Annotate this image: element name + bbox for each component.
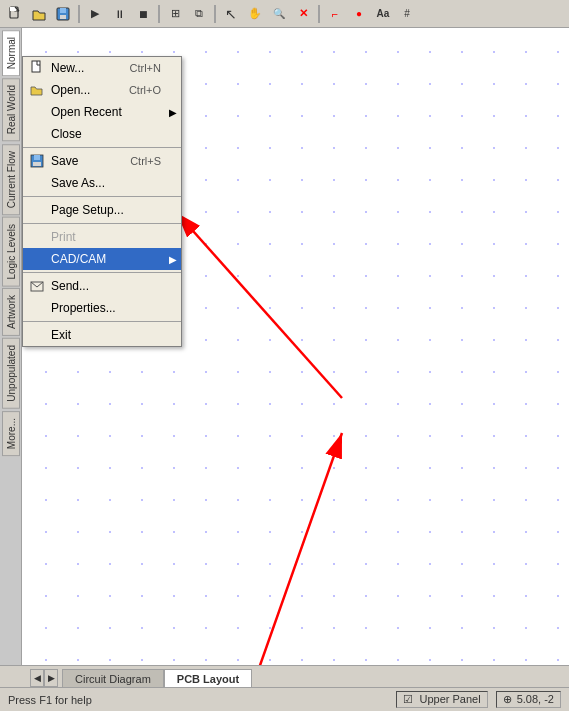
close-doc-icon	[27, 124, 47, 144]
toolbar-play-btn[interactable]: ▶	[84, 3, 106, 25]
menu-item-save[interactable]: Save Ctrl+S	[23, 150, 181, 172]
menu-exit-label: Exit	[51, 328, 71, 342]
toolbar-sep1	[78, 5, 80, 23]
main-layout: Normal Real World Current Flow Logic Lev…	[0, 28, 569, 665]
toolbar-select-btn[interactable]: ↖	[220, 3, 242, 25]
sidebar-item-unpopulated[interactable]: Unpopulated	[2, 338, 20, 409]
svg-rect-12	[33, 162, 41, 166]
toolbar-wire-btn[interactable]: ⌐	[324, 3, 346, 25]
sidebar-item-current-flow[interactable]: Current Flow	[2, 144, 20, 215]
tab-nav-arrows: ◀ ▶	[30, 669, 58, 687]
tab-prev-btn[interactable]: ◀	[30, 669, 44, 687]
toolbar-pan-btn[interactable]: ✋	[244, 3, 266, 25]
canvas-area[interactable]: New... Ctrl+N Open... Ctrl+O Open Recent…	[22, 28, 569, 665]
menu-new-shortcut: Ctrl+N	[114, 62, 161, 74]
open-recent-icon	[27, 102, 47, 122]
menu-item-send[interactable]: Send...	[23, 275, 181, 297]
menu-sep-3	[23, 223, 181, 224]
open-icon	[27, 80, 47, 100]
menu-save-label: Save	[51, 154, 78, 168]
toolbar-number-btn[interactable]: #	[396, 3, 418, 25]
svg-rect-11	[34, 155, 40, 160]
menu-page-setup-label: Page Setup...	[51, 203, 124, 217]
toolbar-stop-btn[interactable]: ⏹	[132, 3, 154, 25]
sidebar-item-logic-levels[interactable]: Logic Levels	[2, 217, 20, 287]
menu-item-close[interactable]: Close	[23, 123, 181, 145]
status-panel-label: ☑ Upper Panel	[396, 691, 487, 708]
status-right: ☑ Upper Panel ⊕ 5.08, -2	[396, 691, 561, 708]
menu-properties-label: Properties...	[51, 301, 116, 315]
print-icon	[27, 227, 47, 247]
menu-item-save-as[interactable]: Save As...	[23, 172, 181, 194]
menu-item-cadcam[interactable]: CAD/CAM ▶	[23, 248, 181, 270]
bottom-tabs: ◀ ▶ Circuit Diagram PCB Layout	[0, 665, 569, 687]
page-setup-icon	[27, 200, 47, 220]
svg-rect-5	[60, 15, 66, 19]
status-bar: Press F1 for help ☑ Upper Panel ⊕ 5.08, …	[0, 687, 569, 711]
toolbar-grid-btn[interactable]: ⊞	[164, 3, 186, 25]
new-doc-icon	[27, 58, 47, 78]
tab-pcb-layout[interactable]: PCB Layout	[164, 669, 252, 687]
tab-next-btn[interactable]: ▶	[44, 669, 58, 687]
menu-sep-5	[23, 321, 181, 322]
file-menu: New... Ctrl+N Open... Ctrl+O Open Recent…	[22, 56, 182, 347]
menu-sep-4	[23, 272, 181, 273]
menu-open-shortcut: Ctrl+O	[113, 84, 161, 96]
menu-send-label: Send...	[51, 279, 89, 293]
coord-values: 5.08, -2	[517, 693, 554, 705]
panel-checkbox-icon: ☑	[403, 693, 413, 705]
toolbar-sep3	[214, 5, 216, 23]
toolbar-sep2	[158, 5, 160, 23]
menu-item-new[interactable]: New... Ctrl+N	[23, 57, 181, 79]
menu-open-label: Open...	[51, 83, 90, 97]
menu-item-open-recent[interactable]: Open Recent ▶	[23, 101, 181, 123]
sidebar-item-normal[interactable]: Normal	[2, 30, 20, 76]
menu-item-print[interactable]: Print	[23, 226, 181, 248]
send-icon	[27, 276, 47, 296]
menu-open-recent-label: Open Recent	[51, 105, 122, 119]
menu-item-properties[interactable]: Properties...	[23, 297, 181, 319]
menu-item-exit[interactable]: Exit	[23, 324, 181, 346]
toolbar: ▶ ⏸ ⏹ ⊞ ⧉ ↖ ✋ 🔍 ✕ ⌐ ● Aa #	[0, 0, 569, 28]
menu-new-label: New...	[51, 61, 84, 75]
left-tabs: Normal Real World Current Flow Logic Lev…	[0, 28, 22, 665]
cadcam-icon	[27, 249, 47, 269]
tab-circuit-diagram[interactable]: Circuit Diagram	[62, 669, 164, 687]
menu-sep-2	[23, 196, 181, 197]
menu-item-page-setup[interactable]: Page Setup...	[23, 199, 181, 221]
properties-icon	[27, 298, 47, 318]
menu-item-open[interactable]: Open... Ctrl+O	[23, 79, 181, 101]
toolbar-zoom-btn[interactable]: 🔍	[268, 3, 290, 25]
grid-icon: ⊕	[503, 693, 512, 705]
menu-print-label: Print	[51, 230, 76, 244]
menu-sep-1	[23, 147, 181, 148]
sidebar-item-artwork[interactable]: Artwork	[2, 288, 20, 336]
sidebar-item-real-world[interactable]: Real World	[2, 78, 20, 141]
svg-rect-9	[32, 61, 40, 72]
exit-icon	[27, 325, 47, 345]
svg-rect-4	[60, 8, 66, 13]
submenu-arrow-icon: ▶	[169, 107, 177, 118]
sidebar-item-more[interactable]: More...	[2, 411, 20, 456]
toolbar-open-btn[interactable]	[28, 3, 50, 25]
status-help-text: Press F1 for help	[8, 694, 388, 706]
menu-cadcam-label: CAD/CAM	[51, 252, 106, 266]
status-coordinates: ⊕ 5.08, -2	[496, 691, 561, 708]
toolbar-text-btn[interactable]: Aa	[372, 3, 394, 25]
toolbar-circle-btn[interactable]: ●	[348, 3, 370, 25]
toolbar-sep4	[318, 5, 320, 23]
cadcam-submenu-arrow-icon: ▶	[169, 254, 177, 265]
toolbar-new-btn[interactable]	[4, 3, 26, 25]
toolbar-pause-btn[interactable]: ⏸	[108, 3, 130, 25]
save-as-icon	[27, 173, 47, 193]
save-icon	[27, 151, 47, 171]
panel-name: Upper Panel	[419, 693, 480, 705]
toolbar-layers-btn[interactable]: ⧉	[188, 3, 210, 25]
toolbar-save-btn[interactable]	[52, 3, 74, 25]
menu-save-as-label: Save As...	[51, 176, 105, 190]
menu-save-shortcut: Ctrl+S	[114, 155, 161, 167]
toolbar-cross-btn[interactable]: ✕	[292, 3, 314, 25]
menu-close-label: Close	[51, 127, 82, 141]
